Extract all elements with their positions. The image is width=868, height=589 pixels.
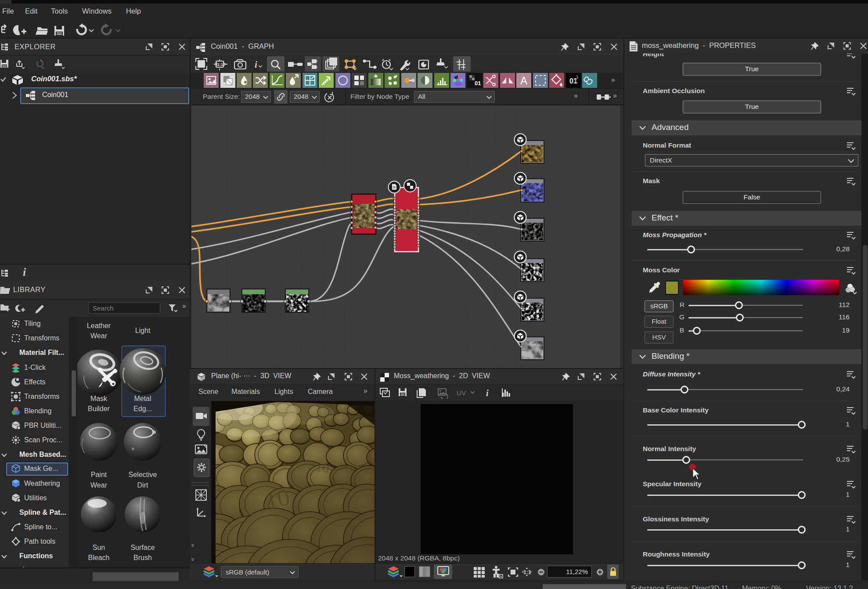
- svg-text:A: A: [520, 75, 527, 87]
- svg-text:01: 01: [569, 77, 577, 85]
- svg-text:01: 01: [475, 80, 481, 87]
- svg-text:10: 10: [314, 458, 331, 476]
- svg-text:i: i: [486, 388, 489, 398]
- svg-text:i: i: [255, 59, 257, 70]
- svg-text:1:1: 1:1: [523, 569, 531, 575]
- svg-text:1:1: 1:1: [217, 62, 223, 67]
- svg-text:UV: UV: [457, 389, 466, 397]
